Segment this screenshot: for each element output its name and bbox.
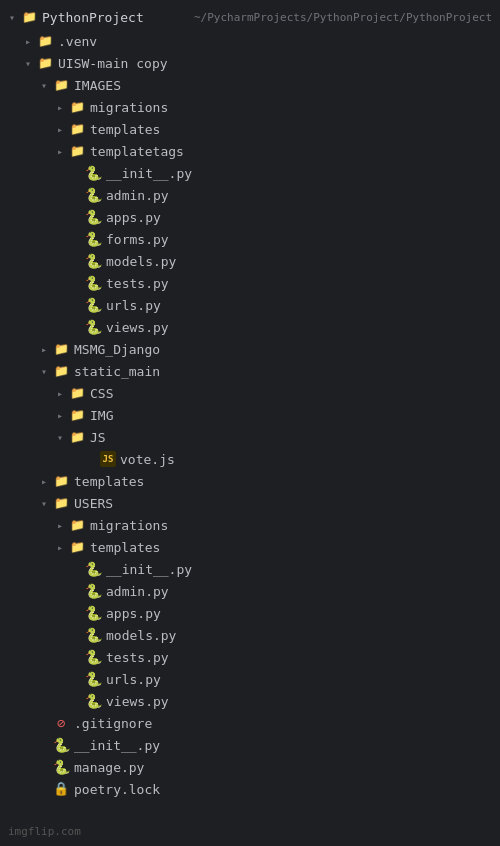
img-item[interactable]: 📁 IMG: [0, 404, 500, 426]
managepy-icon: 🐍: [52, 758, 70, 776]
gitignore-item[interactable]: ⊘ .gitignore: [0, 712, 500, 734]
project-root-item[interactable]: 📁 PythonProject ~/PycharmProjects/Python…: [0, 4, 500, 30]
tests2-label: tests.py: [106, 650, 492, 665]
views2-icon: 🐍: [84, 692, 102, 710]
static-main-folder-icon: 📁: [52, 362, 70, 380]
venv-arrow[interactable]: [20, 36, 36, 47]
views2-item[interactable]: 🐍 views.py: [0, 690, 500, 712]
urls2-icon: 🐍: [84, 670, 102, 688]
venv-item[interactable]: 📁 .venv: [0, 30, 500, 52]
migrations2-label: migrations: [90, 518, 492, 533]
templates2-item[interactable]: 📁 templates: [0, 470, 500, 492]
js-arrow[interactable]: [52, 432, 68, 443]
templatetags-folder-icon: 📁: [68, 142, 86, 160]
init3-item[interactable]: 🐍 __init__.py: [0, 734, 500, 756]
migrations1-label: migrations: [90, 100, 492, 115]
js-label: JS: [90, 430, 492, 445]
apps2-item[interactable]: 🐍 apps.py: [0, 602, 500, 624]
init1-item[interactable]: 🐍 __init__.py: [0, 162, 500, 184]
tests1-icon: 🐍: [84, 274, 102, 292]
venv-folder-icon: 📁: [36, 32, 54, 50]
migrations1-item[interactable]: 📁 migrations: [0, 96, 500, 118]
img-folder-icon: 📁: [68, 406, 86, 424]
tests1-label: tests.py: [106, 276, 492, 291]
templates3-folder-icon: 📁: [68, 538, 86, 556]
migrations2-folder-icon: 📁: [68, 516, 86, 534]
templates2-arrow[interactable]: [36, 476, 52, 487]
project-folder-icon: 📁: [20, 8, 38, 26]
uisw-item[interactable]: 📁 UISW-main copy: [0, 52, 500, 74]
urls1-label: urls.py: [106, 298, 492, 313]
init2-item[interactable]: 🐍 __init__.py: [0, 558, 500, 580]
tests1-item[interactable]: 🐍 tests.py: [0, 272, 500, 294]
admin1-label: admin.py: [106, 188, 492, 203]
venv-label: .venv: [58, 34, 492, 49]
init3-label: __init__.py: [74, 738, 492, 753]
templates3-item[interactable]: 📁 templates: [0, 536, 500, 558]
admin2-item[interactable]: 🐍 admin.py: [0, 580, 500, 602]
views1-label: views.py: [106, 320, 492, 335]
js-item[interactable]: 📁 JS: [0, 426, 500, 448]
poetrylock-icon: 🔒: [52, 780, 70, 798]
static-main-item[interactable]: 📁 static_main: [0, 360, 500, 382]
init2-icon: 🐍: [84, 560, 102, 578]
tests2-item[interactable]: 🐍 tests.py: [0, 646, 500, 668]
static-main-arrow[interactable]: [36, 366, 52, 377]
urls2-label: urls.py: [106, 672, 492, 687]
project-name: PythonProject: [42, 10, 188, 25]
images-arrow[interactable]: [36, 80, 52, 91]
users-label: USERS: [74, 496, 492, 511]
msmg-arrow[interactable]: [36, 344, 52, 355]
urls1-item[interactable]: 🐍 urls.py: [0, 294, 500, 316]
models1-label: models.py: [106, 254, 492, 269]
css-label: CSS: [90, 386, 492, 401]
templates2-label: templates: [74, 474, 492, 489]
users-item[interactable]: 📁 USERS: [0, 492, 500, 514]
init1-label: __init__.py: [106, 166, 492, 181]
css-item[interactable]: 📁 CSS: [0, 382, 500, 404]
uisw-folder-icon: 📁: [36, 54, 54, 72]
templatetags-item[interactable]: 📁 templatetags: [0, 140, 500, 162]
votejs-item[interactable]: JS vote.js: [0, 448, 500, 470]
urls1-icon: 🐍: [84, 296, 102, 314]
apps1-item[interactable]: 🐍 apps.py: [0, 206, 500, 228]
views2-label: views.py: [106, 694, 492, 709]
users-folder-icon: 📁: [52, 494, 70, 512]
init3-icon: 🐍: [52, 736, 70, 754]
views1-item[interactable]: 🐍 views.py: [0, 316, 500, 338]
uisw-arrow[interactable]: [20, 58, 36, 69]
uisw-label: UISW-main copy: [58, 56, 492, 71]
models2-label: models.py: [106, 628, 492, 643]
templates2-folder-icon: 📁: [52, 472, 70, 490]
votejs-label: vote.js: [120, 452, 492, 467]
views1-icon: 🐍: [84, 318, 102, 336]
gitignore-icon: ⊘: [52, 714, 70, 732]
migrations1-arrow[interactable]: [52, 102, 68, 113]
apps1-label: apps.py: [106, 210, 492, 225]
images-item[interactable]: 📁 IMAGES: [0, 74, 500, 96]
gitignore-label: .gitignore: [74, 716, 492, 731]
forms1-icon: 🐍: [84, 230, 102, 248]
msmg-item[interactable]: 📁 MSMG_Django: [0, 338, 500, 360]
forms1-item[interactable]: 🐍 forms.py: [0, 228, 500, 250]
templates1-item[interactable]: 📁 templates: [0, 118, 500, 140]
templates1-arrow[interactable]: [52, 124, 68, 135]
models1-icon: 🐍: [84, 252, 102, 270]
models1-item[interactable]: 🐍 models.py: [0, 250, 500, 272]
project-arrow[interactable]: [4, 12, 20, 23]
admin1-item[interactable]: 🐍 admin.py: [0, 184, 500, 206]
users-arrow[interactable]: [36, 498, 52, 509]
templatetags-arrow[interactable]: [52, 146, 68, 157]
poetrylock-item[interactable]: 🔒 poetry.lock: [0, 778, 500, 800]
msmg-folder-icon: 📁: [52, 340, 70, 358]
managepy-item[interactable]: 🐍 manage.py: [0, 756, 500, 778]
migrations2-arrow[interactable]: [52, 520, 68, 531]
templates1-folder-icon: 📁: [68, 120, 86, 138]
templates3-arrow[interactable]: [52, 542, 68, 553]
urls2-item[interactable]: 🐍 urls.py: [0, 668, 500, 690]
migrations2-item[interactable]: 📁 migrations: [0, 514, 500, 536]
models2-item[interactable]: 🐍 models.py: [0, 624, 500, 646]
poetrylock-label: poetry.lock: [74, 782, 492, 797]
css-arrow[interactable]: [52, 388, 68, 399]
img-arrow[interactable]: [52, 410, 68, 421]
